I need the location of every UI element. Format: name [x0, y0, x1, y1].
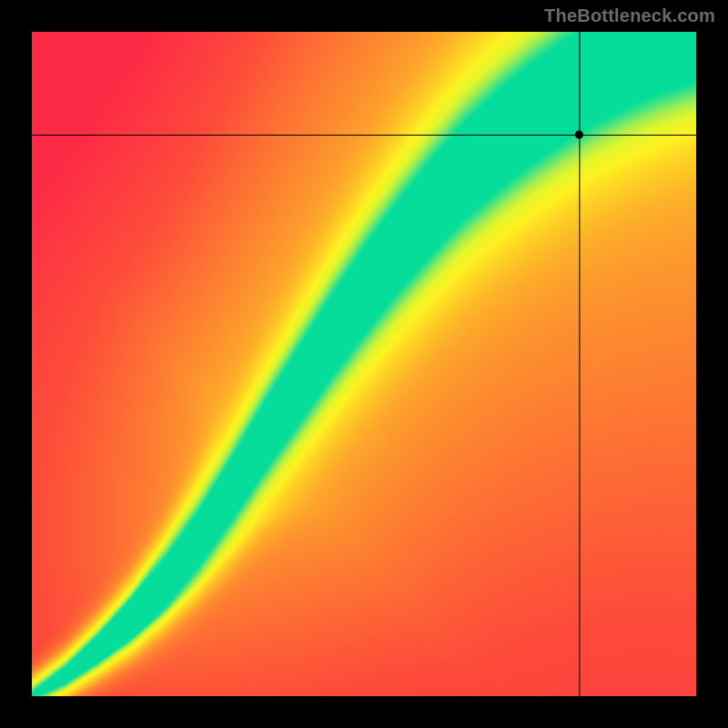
bottleneck-heatmap: [32, 32, 696, 696]
watermark-text: TheBottleneck.com: [544, 5, 715, 26]
chart-frame: TheBottleneck.com: [0, 0, 728, 728]
